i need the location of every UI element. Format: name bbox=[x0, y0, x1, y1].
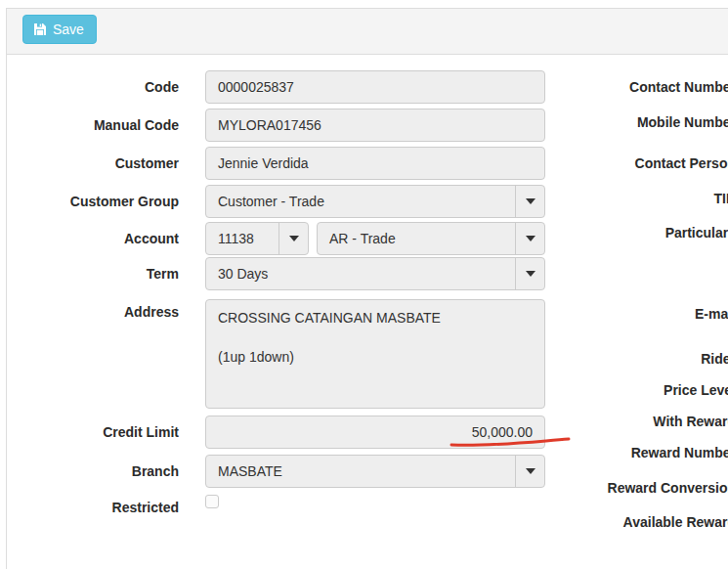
term-value: 30 Days bbox=[206, 258, 515, 289]
save-button[interactable]: Save bbox=[22, 15, 97, 44]
contact-person-label: Contact Person bbox=[391, 154, 728, 172]
reward-number-label: Reward Number bbox=[391, 444, 728, 461]
account-label: Account bbox=[0, 230, 179, 247]
branch-label: Branch bbox=[0, 462, 179, 480]
floppy-disk-icon bbox=[33, 22, 47, 36]
price-level-label: Price Level bbox=[391, 381, 728, 399]
customer-label: Customer bbox=[0, 154, 179, 172]
tin-label: TIN bbox=[391, 190, 728, 207]
restricted-label: Restricted bbox=[0, 499, 179, 516]
code-label: Code bbox=[0, 78, 179, 96]
address-label: Address bbox=[0, 303, 179, 321]
chevron-down-icon bbox=[289, 236, 299, 241]
panel-heading: Save bbox=[7, 9, 728, 55]
customer-edit-page: Save Code Manual Code Customer Customer … bbox=[0, 0, 728, 569]
customer-group-label: Customer Group bbox=[0, 193, 179, 210]
term-dropdown-button[interactable] bbox=[515, 258, 544, 289]
with-reward-label: With Reward bbox=[391, 413, 728, 430]
restricted-checkbox[interactable] bbox=[205, 495, 219, 508]
available-reward-label: Available Reward bbox=[391, 513, 728, 531]
chevron-down-icon bbox=[526, 271, 535, 277]
account-code-dropdown-button[interactable] bbox=[278, 223, 308, 254]
reward-conversion-label: Reward Conversion bbox=[391, 479, 728, 497]
term-label: Term bbox=[0, 265, 179, 283]
mobile-number-label: Mobile Number bbox=[391, 113, 728, 131]
credit-limit-label: Credit Limit bbox=[0, 423, 179, 441]
manual-code-label: Manual Code bbox=[0, 116, 179, 134]
term-select[interactable]: 30 Days bbox=[205, 257, 545, 290]
account-code-select[interactable]: 11138 bbox=[205, 222, 309, 255]
contact-number-label: Contact Number bbox=[391, 78, 728, 96]
email-label: E-mail bbox=[391, 305, 728, 323]
account-code-value: 11138 bbox=[206, 223, 278, 254]
rider-label: Rider bbox=[391, 350, 728, 368]
save-button-label: Save bbox=[53, 22, 84, 37]
chevron-down-icon bbox=[526, 468, 535, 474]
particulars-label: Particulars bbox=[391, 224, 728, 241]
